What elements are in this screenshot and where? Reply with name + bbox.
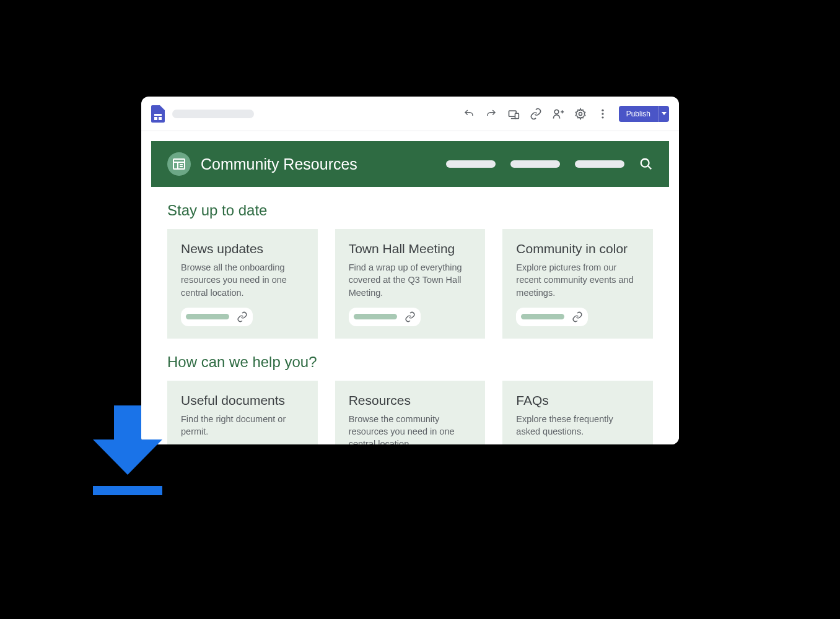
site-title: Community Resources: [201, 155, 357, 173]
section-title: Stay up to date: [167, 202, 653, 219]
card-news-updates[interactable]: News updates Browse all the onboarding r…: [167, 229, 318, 339]
svg-point-6: [579, 112, 582, 115]
card-title: News updates: [181, 241, 304, 256]
app-header: Publish: [141, 97, 679, 131]
svg-rect-4: [515, 113, 518, 118]
card-row: Useful documents Find the right document…: [167, 381, 653, 444]
search-icon[interactable]: [639, 157, 653, 171]
svg-rect-18: [93, 486, 162, 495]
card-row: News updates Browse all the onboarding r…: [167, 229, 653, 339]
svg-point-5: [554, 110, 559, 114]
link-icon: [405, 311, 416, 322]
svg-rect-17: [114, 405, 141, 439]
svg-rect-0: [154, 114, 162, 116]
undo-icon[interactable]: [463, 108, 475, 120]
toolbar: Publish: [463, 106, 669, 122]
settings-icon[interactable]: [574, 108, 587, 120]
link-text-placeholder: [521, 314, 564, 319]
link-text-placeholder: [186, 314, 229, 319]
nav-item[interactable]: [510, 160, 560, 168]
link-icon: [572, 311, 583, 322]
card-faqs[interactable]: FAQs Explore these frequently asked ques…: [502, 381, 653, 444]
publish-dropdown-button[interactable]: [658, 106, 669, 122]
svg-point-9: [602, 116, 603, 118]
site-header-icon: [167, 152, 191, 176]
card-link[interactable]: [181, 308, 304, 326]
card-description: Browse the community resources you need …: [349, 413, 472, 444]
site-header: Community Resources: [151, 141, 669, 187]
card-description: Browse all the onboarding resources you …: [181, 261, 304, 299]
nav-item[interactable]: [446, 160, 496, 168]
card-resources[interactable]: Resources Browse the community resources…: [335, 381, 486, 444]
card-title: FAQs: [516, 393, 639, 408]
card-town-hall[interactable]: Town Hall Meeting Find a wrap up of ever…: [335, 229, 486, 339]
svg-rect-10: [173, 159, 185, 169]
publish-button[interactable]: Publish: [619, 106, 658, 122]
card-link[interactable]: [349, 308, 472, 326]
svg-rect-1: [154, 117, 157, 120]
link-icon[interactable]: [530, 108, 542, 120]
download-arrow-icon: [93, 405, 162, 495]
card-useful-documents[interactable]: Useful documents Find the right document…: [167, 381, 318, 444]
card-title: Town Hall Meeting: [349, 241, 472, 256]
card-description: Find a wrap up of everything covered at …: [349, 261, 472, 299]
card-title: Community in color: [516, 241, 639, 256]
svg-line-16: [648, 166, 652, 170]
doc-title-placeholder[interactable]: [172, 110, 254, 118]
publish-group: Publish: [619, 106, 669, 122]
share-icon[interactable]: [552, 108, 564, 120]
nav-item[interactable]: [575, 160, 624, 168]
section-title: How can we help you?: [167, 353, 653, 371]
card-description: Explore these frequently asked questions…: [516, 413, 639, 444]
svg-point-8: [602, 113, 603, 115]
svg-point-15: [641, 159, 649, 167]
site-content: Community Resources Stay up to date News…: [141, 131, 679, 444]
app-window: Publish Community Resources Sta: [141, 97, 679, 444]
section-stay-up-to-date: Stay up to date News updates Browse all …: [141, 187, 679, 339]
svg-point-7: [602, 109, 603, 111]
section-help: How can we help you? Useful documents Fi…: [141, 339, 679, 444]
more-icon[interactable]: [597, 108, 609, 120]
svg-rect-2: [159, 117, 162, 120]
link-icon: [237, 311, 248, 322]
site-nav: [446, 157, 653, 171]
card-title: Resources: [349, 393, 472, 408]
card-description: Explore pictures from our recent communi…: [516, 261, 639, 299]
preview-icon[interactable]: [507, 108, 520, 120]
card-title: Useful documents: [181, 393, 304, 408]
link-text-placeholder: [354, 314, 397, 319]
card-community-color[interactable]: Community in color Explore pictures from…: [502, 229, 653, 339]
card-link[interactable]: [516, 308, 639, 326]
sites-logo-icon[interactable]: [151, 105, 165, 123]
card-description: Find the right document or permit.: [181, 413, 304, 444]
redo-icon[interactable]: [485, 108, 497, 120]
